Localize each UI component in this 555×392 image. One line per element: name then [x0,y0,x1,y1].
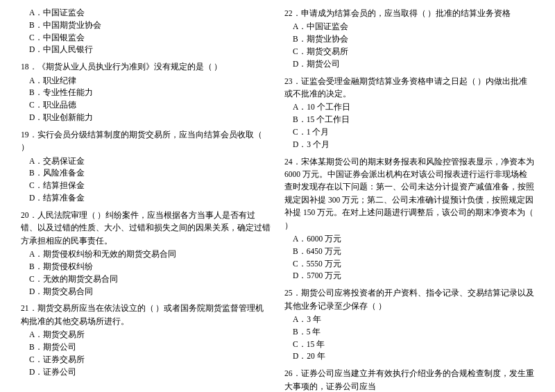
question-19: 19．实行会员分级结算制度的期货交易所，应当向结算会员收取（ ） A．交易保证金… [21,128,271,205]
q24-option-b: B．6450 万元 [284,246,534,258]
question-24-title: 24．宋体某期货公司的期末财务报表和风险控管报表显示，净资本为 6000 万元。… [284,155,534,232]
question-20: 20．人民法院审理（ ）纠纷案件，应当根据各方当事人是否有过错、以及过错的性质、… [21,209,271,298]
q18-option-d: D．职业创新能力 [21,112,271,124]
q21-option-c: C．证券交易所 [21,354,271,366]
q25-option-d: D．20 年 [284,350,534,363]
page-content: A．中国证监会 B．中国期货业协会 C．中国银监会 D．中国人民银行 18．《期… [21,7,534,392]
question-23: 23．证监会受理金融期货结算业务资格申请之日起（ ）内做出批准或不批准的决定。 … [284,75,534,151]
q21-option-a: A．期货交易所 [21,329,271,341]
option-b-cont: B．中国期货业协会 [21,19,271,32]
q24-option-d: D．5700 万元 [284,270,534,282]
q19-option-b: B．风险准备金 [21,167,271,180]
question-22: 22．申请成为结算会员的，应当取得（ ）批准的结算业务资格 A．中国证监会 B．… [284,7,534,71]
q19-option-d: D．结算准备金 [21,192,271,205]
question-20-title: 20．人民法院审理（ ）纠纷案件，应当根据各方当事人是否有过错、以及过错的性质、… [21,209,271,247]
question-22-title: 22．申请成为结算会员的，应当取得（ ）批准的结算业务资格 [284,7,534,19]
q25-option-b: B．5 年 [284,326,534,339]
q25-option-a: A．3 年 [284,314,534,326]
question-24: 24．宋体某期货公司的期末财务报表和风险控管报表显示，净资本为 6000 万元。… [284,155,534,283]
question-26-title: 26．证券公司应当建立并有效执行介绍业务的合规检查制度，发生重大事项的，证券公司… [284,367,534,392]
q21-option-d: D．证券公司 [21,366,271,379]
q22-option-a: A．中国证监会 [284,21,534,33]
question-26: 26．证券公司应当建立并有效执行介绍业务的合规检查制度，发生重大事项的，证券公司… [284,367,534,392]
q21-option-b: B．期货公司 [21,341,271,354]
question-25: 25．期货公司应将投资者的开户资料、指令记录、交易结算记录以及其他业务记录至少保… [284,287,534,363]
question-21-title: 21．期货交易所应当在依法设立的（ ）或者国务院期货监督管理机构批准的其他交易场… [21,302,271,327]
q20-option-a: A．期货侵权纠纷和无效的期货交易合同 [21,248,271,261]
question-21: 21．期货交易所应当在依法设立的（ ）或者国务院期货监督管理机构批准的其他交易场… [21,302,271,378]
question-19-title: 19．实行会员分级结算制度的期货交易所，应当向结算会员收取（ ） [21,128,271,154]
option-c-cont: C．中国银监会 [21,32,271,44]
q19-option-a: A．交易保证金 [21,155,271,168]
question-25-title: 25．期货公司应将投资者的开户资料、指令记录、交易结算记录以及其他业务记录至少保… [284,287,534,312]
q24-option-a: A．6000 万元 [284,233,534,246]
option-d-cont: D．中国人民银行 [21,44,271,56]
left-column: A．中国证监会 B．中国期货业协会 C．中国银监会 D．中国人民银行 18．《期… [21,7,278,392]
right-column: 22．申请成为结算会员的，应当取得（ ）批准的结算业务资格 A．中国证监会 B．… [278,7,534,392]
q23-option-a: A．10 个工作日 [284,101,534,114]
question-18-title: 18．《期货从业人员执业行为准则》没有规定的是（ ） [21,60,271,73]
q22-option-c: C．期货交易所 [284,46,534,58]
q25-option-c: C．15 年 [284,339,534,351]
q23-option-d: D．3 个月 [284,139,534,151]
question-block-continuation: A．中国证监会 B．中国期货业协会 C．中国银监会 D．中国人民银行 [21,7,271,56]
q18-option-c: C．职业品德 [21,99,271,112]
q20-option-b: B．期货侵权纠纷 [21,261,271,273]
q23-option-b: B．15 个工作日 [284,114,534,126]
q18-option-b: B．专业性任能力 [21,87,271,99]
q22-option-d: D．期货公司 [284,58,534,71]
q20-option-c: C．无效的期货交易合同 [21,273,271,286]
question-18: 18．《期货从业人员执业行为准则》没有规定的是（ ） A．职业纪律 B．专业性任… [21,60,271,124]
q18-option-a: A．职业纪律 [21,75,271,87]
q24-option-c: C．5550 万元 [284,258,534,271]
q23-option-c: C．1 个月 [284,126,534,139]
question-23-title: 23．证监会受理金融期货结算业务资格申请之日起（ ）内做出批准或不批准的决定。 [284,75,534,101]
option-a-cont: A．中国证监会 [21,7,271,19]
q19-option-c: C．结算担保金 [21,180,271,192]
q22-option-b: B．期货业协会 [284,33,534,46]
q20-option-d: D．期货交易合同 [21,286,271,298]
